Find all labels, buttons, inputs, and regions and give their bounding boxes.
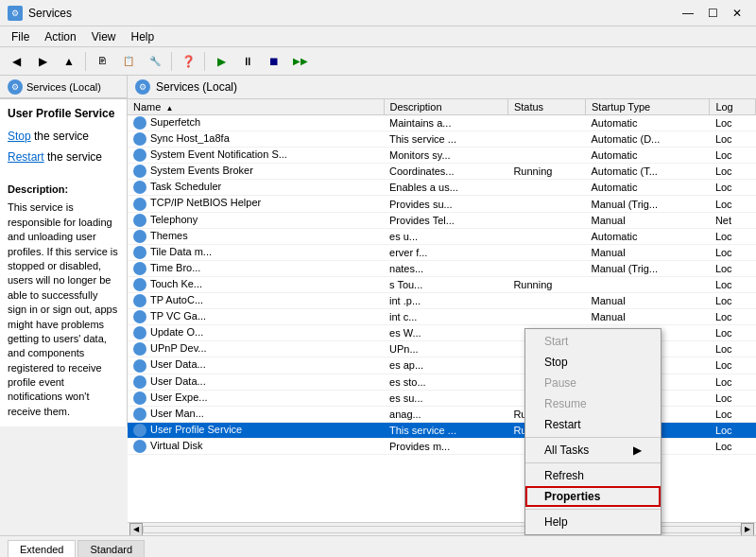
stop-link[interactable]: Stop bbox=[8, 130, 31, 143]
restart-link[interactable]: Restart bbox=[8, 150, 44, 164]
service-icon bbox=[133, 230, 146, 243]
service-icon bbox=[133, 294, 146, 307]
back-button[interactable]: ◀ bbox=[4, 50, 28, 73]
service-log: Loc bbox=[710, 341, 756, 357]
service-desc: This service ... bbox=[384, 131, 507, 148]
service-name: Touch Ke... bbox=[150, 278, 202, 289]
menu-action[interactable]: Action bbox=[37, 28, 83, 45]
service-status: Running bbox=[507, 276, 585, 292]
horizontal-scrollbar[interactable]: ◀ ▶ bbox=[128, 522, 756, 535]
col-name[interactable]: Name ▲ bbox=[128, 99, 384, 115]
show-hide-button[interactable]: 🖹 bbox=[90, 50, 114, 73]
left-panel-header: User Profile Service bbox=[8, 107, 119, 120]
service-name: Sync Host_1a8fa bbox=[150, 132, 230, 144]
service-desc: es W... bbox=[384, 325, 507, 341]
minimize-button[interactable]: — bbox=[677, 4, 699, 23]
service-name: Themes bbox=[150, 230, 188, 241]
description-label: Description: bbox=[8, 183, 119, 197]
start-service-button[interactable]: ▶ bbox=[209, 50, 233, 73]
table-row[interactable]: Time Bro...nates...Manual (Trig...Loc bbox=[128, 260, 756, 276]
service-name: Superfetch bbox=[150, 116, 200, 128]
service-desc: anag... bbox=[384, 406, 507, 422]
service-name: User Profile Service bbox=[150, 424, 242, 435]
table-row[interactable]: Tile Data m...erver f...ManualLoc bbox=[128, 244, 756, 260]
table-row[interactable]: TelephonyProvides Tel...ManualNet bbox=[128, 212, 756, 228]
service-desc: Coordinates... bbox=[384, 164, 507, 180]
close-button[interactable]: ✕ bbox=[726, 4, 748, 23]
service-table[interactable]: Name ▲ Description Status Startup Type L… bbox=[128, 99, 756, 522]
maximize-button[interactable]: ☐ bbox=[701, 4, 724, 23]
app-icon: ⚙ bbox=[8, 6, 23, 21]
table-row[interactable]: TP AutoC...int .p...ManualLoc bbox=[128, 293, 756, 309]
service-name: User Data... bbox=[150, 375, 206, 387]
menu-help[interactable]: Help bbox=[124, 28, 163, 45]
help-button[interactable]: ❓ bbox=[176, 50, 200, 73]
ctx-pause[interactable]: Pause bbox=[525, 373, 661, 393]
pause-service-button[interactable]: ⏸ bbox=[235, 50, 260, 73]
ctx-properties[interactable]: Properties bbox=[525, 486, 661, 507]
table-row[interactable]: System Events BrokerCoordinates...Runnin… bbox=[128, 164, 756, 180]
ctx-help[interactable]: Help bbox=[525, 512, 661, 532]
service-log: Loc bbox=[710, 390, 756, 406]
restart-service-text: Restart the service bbox=[8, 148, 119, 165]
service-log: Loc bbox=[710, 148, 756, 164]
ctx-all-tasks[interactable]: All Tasks ▶ bbox=[525, 440, 661, 461]
left-panel: User Profile Service Stop the service Re… bbox=[0, 99, 128, 426]
service-log: Loc bbox=[710, 325, 756, 341]
service-log: Loc bbox=[710, 115, 756, 131]
service-startup: Manual bbox=[586, 293, 710, 309]
col-description[interactable]: Description bbox=[384, 99, 507, 115]
tab-standard[interactable]: Standard bbox=[77, 540, 145, 557]
col-status[interactable]: Status bbox=[507, 99, 585, 115]
service-log: Loc bbox=[710, 374, 756, 390]
service-startup: Manual bbox=[586, 244, 710, 260]
menu-file[interactable]: File bbox=[4, 28, 37, 45]
service-desc: UPn... bbox=[384, 341, 507, 357]
table-row[interactable]: Themeses u...AutomaticLoc bbox=[128, 228, 756, 244]
table-row[interactable]: Touch Ke...s Tou...RunningLoc bbox=[128, 276, 756, 292]
ctx-restart[interactable]: Restart bbox=[525, 414, 661, 435]
hscroll-right[interactable]: ▶ bbox=[741, 523, 754, 536]
menu-view[interactable]: View bbox=[84, 28, 124, 45]
ctx-refresh[interactable]: Refresh bbox=[525, 465, 661, 486]
service-log: Loc bbox=[710, 196, 756, 212]
forward-button[interactable]: ▶ bbox=[30, 50, 55, 73]
tab-extended[interactable]: Extended bbox=[8, 540, 76, 557]
table-row[interactable]: SuperfetchMaintains a...AutomaticLoc bbox=[128, 115, 756, 131]
service-icon bbox=[133, 165, 146, 178]
service-status bbox=[507, 148, 585, 164]
stop-service-button[interactable]: ⏹ bbox=[262, 50, 286, 73]
service-icon bbox=[133, 310, 146, 323]
service-name: User Expe... bbox=[150, 392, 208, 403]
address-icon: ⚙ bbox=[135, 79, 150, 95]
service-log: Net bbox=[710, 212, 756, 228]
service-icon bbox=[133, 262, 146, 275]
ctx-resume[interactable]: Resume bbox=[525, 393, 661, 414]
service-startup: Manual bbox=[586, 212, 710, 228]
col-log[interactable]: Log bbox=[710, 99, 756, 115]
up-button[interactable]: ▲ bbox=[57, 50, 81, 73]
service-log: Loc bbox=[710, 131, 756, 148]
table-row[interactable]: TCP/IP NetBIOS HelperProvides su...Manua… bbox=[128, 196, 756, 212]
properties-button[interactable]: 🔧 bbox=[143, 50, 167, 73]
ctx-start[interactable]: Start bbox=[525, 331, 661, 352]
context-menu: Start Stop Pause Resume Restart All Task… bbox=[524, 328, 662, 535]
table-row[interactable]: Sync Host_1a8faThis service ...Automatic… bbox=[128, 131, 756, 148]
ctx-stop[interactable]: Stop bbox=[525, 352, 661, 373]
service-desc: es su... bbox=[384, 390, 507, 406]
service-log: Loc bbox=[710, 260, 756, 276]
hscroll-left[interactable]: ◀ bbox=[129, 523, 143, 536]
col-startup[interactable]: Startup Type bbox=[586, 99, 710, 115]
table-row[interactable]: TP VC Ga...int c...ManualLoc bbox=[128, 309, 756, 325]
service-status bbox=[507, 180, 585, 196]
restart-service-button[interactable]: ▶▶ bbox=[288, 50, 313, 73]
service-desc: erver f... bbox=[384, 244, 507, 260]
copy-button[interactable]: 📋 bbox=[116, 50, 141, 73]
service-desc: int c... bbox=[384, 309, 507, 325]
table-row[interactable]: Task SchedulerEnables a us...AutomaticLo… bbox=[128, 180, 756, 196]
service-icon bbox=[133, 342, 146, 356]
service-desc: Provides m... bbox=[384, 438, 507, 454]
service-icon bbox=[133, 181, 146, 194]
table-row[interactable]: System Event Notification S...Monitors s… bbox=[128, 148, 756, 164]
service-status bbox=[507, 293, 585, 309]
